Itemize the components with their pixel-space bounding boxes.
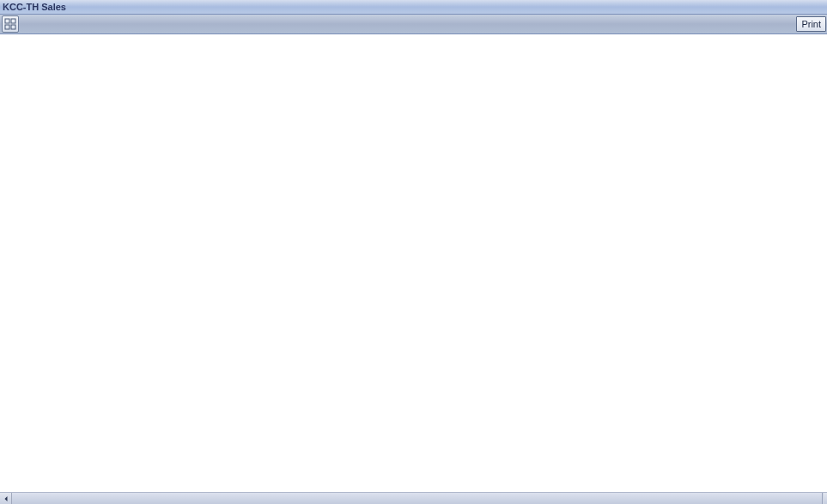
scroll-divider xyxy=(822,493,824,505)
scroll-track[interactable] xyxy=(12,493,822,505)
print-button-label: Print xyxy=(801,19,821,29)
title-bar: KCC-TH Sales xyxy=(0,0,827,15)
grid-view-button[interactable] xyxy=(2,15,19,33)
svg-rect-2 xyxy=(5,25,9,29)
content-area xyxy=(0,34,827,492)
scroll-left-button[interactable] xyxy=(0,493,12,505)
toolbar-right-group: Print xyxy=(796,16,826,32)
window-title: KCC-TH Sales xyxy=(3,2,66,12)
svg-rect-0 xyxy=(5,19,9,23)
svg-rect-1 xyxy=(11,19,15,23)
toolbar: Print xyxy=(0,15,827,34)
print-button[interactable]: Print xyxy=(796,16,826,32)
grid-icon xyxy=(4,18,16,30)
svg-rect-3 xyxy=(11,25,15,29)
chevron-left-icon xyxy=(3,495,9,502)
toolbar-left-group xyxy=(1,15,19,33)
horizontal-scrollbar[interactable] xyxy=(0,492,827,504)
